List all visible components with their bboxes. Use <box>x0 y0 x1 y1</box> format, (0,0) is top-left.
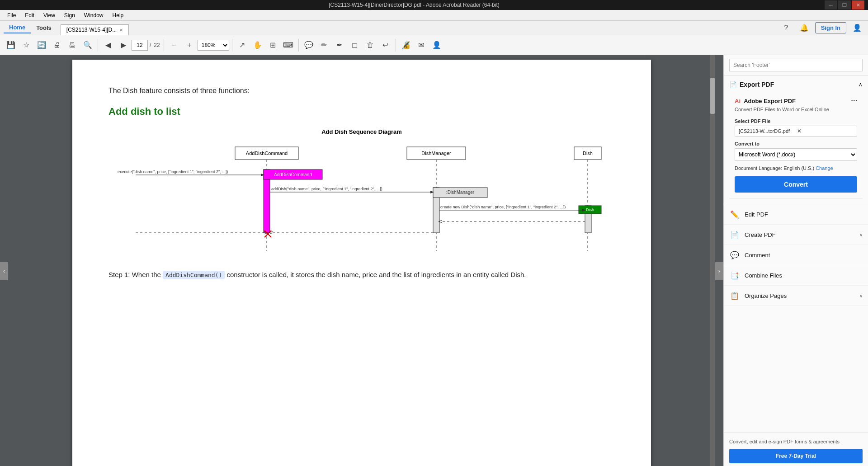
menu-help[interactable]: Help <box>109 11 127 19</box>
menu-window[interactable]: Window <box>80 11 107 19</box>
create-pdf-icon: 📄 <box>729 229 740 240</box>
right-panel: 📄 Export PDF ∧ Ai Adobe Export PDF ⋯ Con… <box>723 55 868 466</box>
search-button[interactable]: 🔍 <box>80 38 95 52</box>
touch-button[interactable]: ⌨ <box>281 38 296 52</box>
signin-button[interactable]: Sign In <box>815 22 846 33</box>
bookmark-button[interactable]: ☆ <box>19 38 33 52</box>
pdf-scrollbar[interactable] <box>710 55 715 466</box>
export-expand-icon[interactable]: ∧ <box>859 81 863 88</box>
svg-text:create new Dish("dish name", p: create new Dish("dish name", price, ["in… <box>440 205 566 209</box>
close-button[interactable]: ✕ <box>852 0 864 9</box>
print2-button[interactable]: 🖶 <box>65 38 80 52</box>
select-tool-button[interactable]: ↗ <box>235 38 250 52</box>
create-pdf-label: Create PDF <box>745 231 855 238</box>
step-text: Step 1: When the AddDishCommand() constr… <box>108 269 615 281</box>
free-trial-button[interactable]: Free 7-Day Trial <box>729 449 863 463</box>
adobe-options-icon[interactable]: ⋯ <box>851 97 857 104</box>
title-bar: [CS2113-W15-4][DinerDirector]DG.pdf - Ad… <box>0 0 868 10</box>
svg-text:execute("dish name", price, [": execute("dish name", price, ["ingredient… <box>118 169 228 174</box>
doc-language-row: Document Language: English (U.S.) Change <box>735 165 857 171</box>
zoom-out-button[interactable]: − <box>167 38 181 52</box>
export-pdf-icon: 📄 <box>729 81 737 88</box>
adobe-export-panel: Ai Adobe Export PDF ⋯ Convert PDF Files … <box>729 92 863 198</box>
next-page-button[interactable]: ▶ <box>116 38 131 52</box>
save-button[interactable]: 💾 <box>4 38 18 52</box>
left-panel-toggle[interactable]: ‹ <box>0 262 8 280</box>
edit-pdf-icon: ✏️ <box>729 209 740 220</box>
page-total: 22 <box>154 42 160 48</box>
combine-files-item[interactable]: 📑 Combine Files <box>724 265 868 286</box>
bottom-promo: Convert, edit and e-sign PDF forms & agr… <box>724 433 868 466</box>
step-text-before: Step 1: When the <box>108 271 161 278</box>
menu-view[interactable]: View <box>40 11 59 19</box>
restore-button[interactable]: ❐ <box>838 0 851 9</box>
convert-button[interactable]: Convert <box>735 176 857 193</box>
shape-button[interactable]: ◻ <box>348 38 362 52</box>
export-pdf-label[interactable]: Export PDF <box>740 81 774 88</box>
highlight-button[interactable]: ✏ <box>317 38 331 52</box>
comment-tool-button[interactable]: 💬 <box>302 38 316 52</box>
undo-button[interactable]: ↩ <box>378 38 393 52</box>
notifications-button[interactable]: 🔔 <box>797 21 811 35</box>
pdf-viewer[interactable]: ‹ The Dish feature consists of three fun… <box>0 55 723 466</box>
window-title: [CS2113-W15-4][DinerDirector]DG.pdf - Ad… <box>4 2 825 8</box>
pencil-button[interactable]: ✒ <box>332 38 347 52</box>
tab-label: [CS2113-W15-4][D... <box>66 27 117 33</box>
prev-page-button[interactable]: ◀ <box>101 38 115 52</box>
nav-tools[interactable]: Tools <box>31 23 57 33</box>
edit-pdf-label: Edit PDF <box>745 211 863 218</box>
toolbar-sep-3 <box>232 39 232 52</box>
delete-button[interactable]: 🗑 <box>363 38 377 52</box>
convert-to-select[interactable]: Microsoft Word (*.docx) <box>735 148 857 161</box>
properties-button[interactable]: 🔄 <box>34 38 49 52</box>
adobe-export-desc: Convert PDF Files to Word or Excel Onlin… <box>735 106 857 113</box>
export-header: 📄 Export PDF ∧ <box>729 81 863 88</box>
doc-lang-value: English (U.S.) <box>783 165 814 171</box>
menu-edit[interactable]: Edit <box>21 11 38 19</box>
pdf-scrollbar-thumb[interactable] <box>710 78 715 114</box>
svg-text::DishManager: :DishManager <box>446 190 475 195</box>
print-button[interactable]: 🖨 <box>50 38 64 52</box>
combine-label: Combine Files <box>745 272 863 279</box>
zoom-select[interactable]: 180% 100% 150% <box>198 40 229 51</box>
diagram-title: Add Dish Sequence Diagram <box>108 128 615 135</box>
right-panel-search-input[interactable] <box>729 59 863 71</box>
hand-tool-button[interactable]: ✋ <box>250 38 265 52</box>
zoom-in-button[interactable]: + <box>182 38 197 52</box>
pdf-page: The Dish feature consists of three funct… <box>72 60 651 466</box>
pdf-tab[interactable]: [CS2113-W15-4][D... ✕ <box>61 24 129 35</box>
step-text-after: constructor is called, it stores the dis… <box>226 271 526 278</box>
tab-close-icon[interactable]: ✕ <box>119 28 123 33</box>
select-pdf-label: Select PDF File <box>735 118 857 124</box>
edit-pdf-item[interactable]: ✏️ Edit PDF <box>724 204 868 225</box>
organize-pages-item[interactable]: 📋 Organize Pages ∨ <box>724 286 868 306</box>
comment-label: Comment <box>745 252 863 259</box>
svg-text:AddDishCommand: AddDishCommand <box>246 151 288 156</box>
page-separator: / <box>150 42 151 48</box>
right-panel-toggle[interactable]: › <box>715 262 723 280</box>
user-button[interactable]: 👤 <box>429 38 444 52</box>
file-remove-button[interactable]: ✕ <box>797 128 854 134</box>
menu-file[interactable]: File <box>4 11 19 19</box>
create-pdf-item[interactable]: 📄 Create PDF ∨ <box>724 225 868 245</box>
avatar-button[interactable]: 👤 <box>850 21 864 35</box>
file-name-text: [CS2113-W...torDG.pdf <box>739 128 795 134</box>
svg-text:DishManager: DishManager <box>421 151 451 156</box>
comment-item[interactable]: 💬 Comment <box>724 245 868 265</box>
page-number-input[interactable] <box>132 40 148 51</box>
comment-icon: 💬 <box>729 249 740 260</box>
code-span: AddDishCommand() <box>163 271 225 279</box>
stamp-button[interactable]: 🔏 <box>399 38 413 52</box>
header-right-icons: ? 🔔 Sign In 👤 <box>779 21 864 35</box>
marquee-zoom-button[interactable]: ⊞ <box>266 38 280 52</box>
adobe-icon: Ai <box>735 98 741 104</box>
nav-home[interactable]: Home <box>4 22 31 33</box>
combine-icon: 📑 <box>729 270 740 281</box>
change-language-link[interactable]: Change <box>816 165 833 171</box>
toolbar-sep-2 <box>164 39 164 52</box>
help-button[interactable]: ? <box>779 21 793 35</box>
menu-sign[interactable]: Sign <box>61 11 79 19</box>
adobe-export-title: Ai Adobe Export PDF ⋯ <box>735 97 857 104</box>
minimize-button[interactable]: ─ <box>825 0 837 9</box>
send-button[interactable]: ✉ <box>414 38 429 52</box>
